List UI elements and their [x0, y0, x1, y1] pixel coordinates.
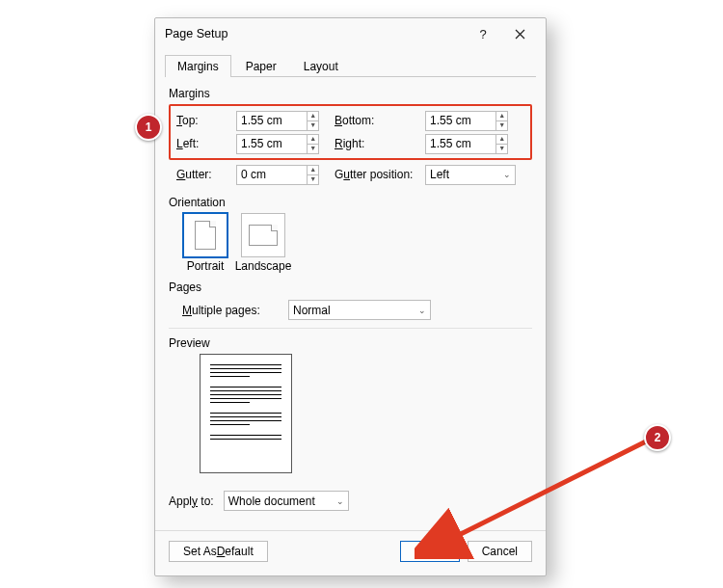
preview-section-label: Preview — [169, 336, 532, 350]
gutter-label: Gutter: — [176, 168, 232, 181]
dialog-title: Page Setup — [165, 27, 465, 40]
tab-content: Margins Top: ▲▼ Bottom: ▲▼ Left: ▲▼ — [155, 77, 546, 530]
multiple-pages-label: Multiple pages: — [182, 304, 279, 317]
multiple-pages-select[interactable]: Normal⌄ — [288, 300, 431, 320]
titlebar: Page Setup ? — [155, 18, 546, 49]
tab-paper[interactable]: Paper — [233, 55, 289, 77]
bottom-label: Bottom: — [323, 114, 421, 127]
orientation-portrait[interactable]: Portrait — [182, 213, 228, 273]
pages-section-label: Pages — [169, 281, 532, 294]
gutter-position-label: Gutter position: — [323, 168, 421, 181]
help-button[interactable]: ? — [465, 20, 501, 47]
top-label: Top: — [176, 114, 232, 127]
tab-margins[interactable]: Margins — [165, 55, 231, 77]
left-label: Left: — [176, 137, 232, 150]
page-setup-dialog: Page Setup ? Margins Paper Layout Margin… — [154, 17, 547, 576]
top-margin-input[interactable]: ▲▼ — [236, 111, 319, 131]
ok-button[interactable]: OK — [400, 541, 460, 562]
margins-highlight-box: Top: ▲▼ Bottom: ▲▼ Left: ▲▼ Right: — [169, 104, 532, 160]
tab-strip: Margins Paper Layout — [165, 54, 536, 77]
apply-to-select[interactable]: Whole document⌄ — [224, 491, 349, 511]
gutter-position-select[interactable]: Left⌄ — [425, 165, 516, 185]
preview-pane — [200, 354, 292, 473]
portrait-icon — [195, 221, 216, 250]
callout-1: 1 — [135, 114, 162, 141]
gutter-input[interactable]: ▲▼ — [236, 165, 319, 185]
tab-layout[interactable]: Layout — [291, 55, 351, 77]
orientation-section-label: Orientation — [169, 196, 532, 209]
orientation-landscape[interactable]: Landscape — [240, 213, 286, 273]
spinner-down-icon[interactable]: ▼ — [308, 121, 318, 130]
chevron-down-icon: ⌄ — [418, 306, 426, 315]
margins-section-label: Margins — [169, 87, 532, 100]
apply-to-label: Apply to: — [169, 494, 214, 508]
chevron-down-icon: ⌄ — [336, 496, 344, 506]
set-as-default-button[interactable]: Set As Default — [169, 541, 268, 562]
cancel-button[interactable]: Cancel — [468, 541, 532, 562]
right-margin-input[interactable]: ▲▼ — [425, 134, 508, 154]
callout-2: 2 — [644, 424, 671, 451]
spinner-up-icon[interactable]: ▲ — [308, 112, 318, 121]
left-margin-input[interactable]: ▲▼ — [236, 134, 319, 154]
close-button[interactable] — [501, 20, 538, 47]
dialog-footer: Set As Default OK Cancel — [155, 530, 546, 575]
bottom-margin-input[interactable]: ▲▼ — [425, 111, 508, 131]
close-icon — [515, 29, 525, 40]
chevron-down-icon: ⌄ — [503, 170, 511, 179]
right-label: Right: — [323, 137, 421, 150]
landscape-icon — [249, 225, 278, 246]
